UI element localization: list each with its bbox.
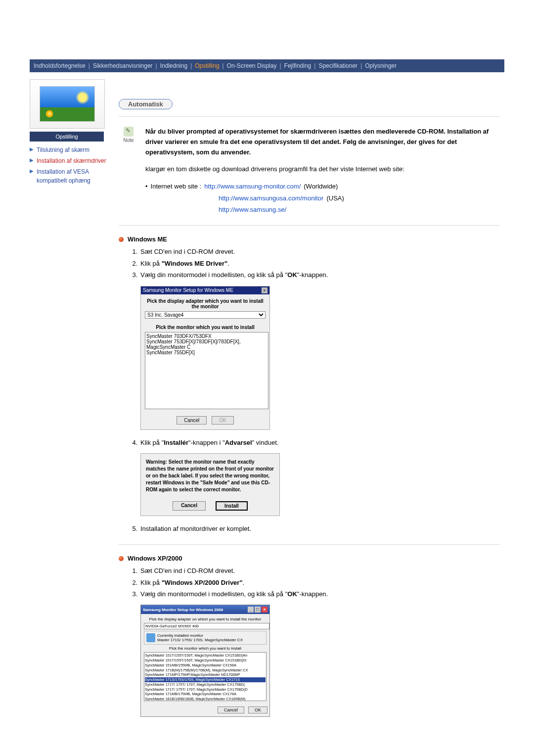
xp-adapter-select[interactable]: NVIDIA GeForce2 MX/MX 400 — [144, 623, 269, 629]
step-text: "-knappen i " — [188, 439, 225, 446]
nav-indledning[interactable]: Indledning — [160, 62, 187, 69]
me-cancel-button[interactable]: Cancel — [177, 416, 207, 425]
intro-plain-text: klargør en tom diskette og download driv… — [145, 164, 499, 175]
divider — [119, 116, 499, 117]
me-steps: Sæt CD'en ind i CD-ROM drevet. Klik på "… — [130, 246, 499, 281]
step-text: Vælg din monitormodel i modellisten, og … — [140, 271, 287, 279]
me-dialog-title: Samsung Monitor Setup for Windows ME — [143, 287, 233, 293]
link-suffix: (USA) — [326, 192, 344, 204]
step-text: "-knappen. — [297, 271, 328, 279]
step-bold: Advarsel — [225, 439, 252, 446]
sidebar-item-label: Installation af VESA kompatibelt ophæng — [37, 167, 109, 185]
list-item[interactable]: SyncMaster 171T/ 175T/ 170T, MagicSyncMa… — [145, 687, 266, 692]
link-worldwide[interactable]: http://www.samsung-monitor.com/ — [204, 181, 301, 192]
me-step-4: Klik på "Installér"-knappen i "Advarsel"… — [139, 437, 499, 448]
nav-sep: | — [222, 62, 224, 69]
list-item[interactable]: SyncMaster 171T/ 175T/ 170T, MagicSyncMa… — [145, 682, 266, 687]
sidebar-item-label: Tilslutning af skærm — [37, 145, 89, 154]
list-item[interactable]: SyncMaster 181B/185B/180B, MagicSyncMast… — [145, 697, 266, 701]
xp-pick-monitor-label: Pick the monitor which you want to insta… — [144, 646, 267, 651]
warn-cancel-button[interactable]: Cancel — [173, 501, 206, 511]
nav-opstilling[interactable]: Opstilling — [195, 62, 219, 69]
section-windows-me: Windows ME — [119, 236, 499, 243]
xp-pick-adapter-label: Pick the display adapter on which you wa… — [144, 617, 267, 621]
sidebar-link-tilslutning[interactable]: ▶ Tilslutning af skærm — [30, 145, 109, 154]
list-item[interactable]: SyncMaster 171MP/175MP,MagicSyncMaster N… — [145, 672, 266, 677]
list-item[interactable]: SyncMaster 151MB/155MB, MagicSyncMaster … — [145, 663, 266, 668]
me-steps-cont: Klik på "Installér"-knappen i "Advarsel"… — [130, 437, 499, 448]
minimize-icon[interactable]: _ — [248, 607, 254, 613]
sidebar-item-label: Installation af skærmdriver — [37, 156, 106, 165]
step-text: "-knappen. — [297, 590, 328, 598]
nav-fejlfinding[interactable]: Fejlfinding — [284, 62, 312, 69]
warn-install-button[interactable]: Install — [216, 501, 248, 511]
divider — [119, 544, 499, 545]
list-item[interactable]: SyncMaster 151T/155T/150T, MagicSyncMast… — [145, 653, 266, 658]
step-bold: "Windows ME Driver" — [162, 260, 228, 267]
step-bold: "Windows XP/2000 Driver" — [162, 579, 243, 586]
group-label: Currently installed monitor — [157, 633, 243, 638]
link-usa[interactable]: http://www.samsungusa.com/monitor — [219, 192, 323, 204]
group-value: Master 171S/ 175S/ 170S, MagicSyncMaster… — [157, 638, 243, 642]
nav-sep: | — [89, 62, 90, 69]
step-bold: OK — [287, 271, 297, 279]
me-step-3: Vælg din monitormodel i modellisten, og … — [139, 269, 499, 281]
maximize-icon[interactable]: □ — [255, 607, 261, 613]
close-icon[interactable]: × — [262, 287, 267, 293]
step-text: " vinduet. — [252, 439, 279, 446]
step-bold: Installér — [164, 439, 188, 446]
link-prefix: Internet web site : — [151, 181, 202, 192]
bullet-dot-icon — [119, 556, 124, 561]
link-suffix: (Worldwide) — [304, 181, 338, 192]
nav-sep: | — [156, 62, 157, 69]
sidebar-thumbnail — [30, 79, 105, 129]
me-warning-dialog: Warning: Select the monitor name that ex… — [140, 453, 280, 516]
xp-step-3: Vælg din monitormodel i modellisten, og … — [139, 588, 499, 600]
list-item[interactable]: SyncMaster 703DFX/753DFX — [146, 333, 267, 339]
me-adapter-select[interactable]: S3 Inc. Savage4 — [145, 311, 266, 319]
top-nav: Indholdsfortegnelse | Sikkerhedsanvisnin… — [30, 59, 504, 72]
list-item[interactable]: SyncMaster 151T/155T/150T, MagicSyncMast… — [145, 658, 266, 663]
me-step-5: Installation af monitordriver er komplet… — [139, 523, 499, 534]
list-item[interactable]: SyncMaster 753DF[X]/783DF[X]/783DF[X], M… — [146, 339, 267, 350]
step-text: . — [227, 260, 229, 267]
nav-sikkerhed[interactable]: Sikkerhedsanvisninger — [93, 62, 153, 69]
me-steps-end: Installation af monitordriver er komplet… — [130, 523, 499, 534]
close-icon[interactable]: × — [262, 607, 267, 613]
nav-spec[interactable]: Specifikationer — [318, 62, 357, 69]
xp-cancel-button[interactable]: Cancel — [218, 707, 244, 713]
list-item[interactable]: SyncMaster 171MB/175MB, MagicSyncMaster … — [145, 692, 266, 697]
me-warning-text: Warning: Select the monitor name that ex… — [146, 459, 274, 493]
note-icon — [124, 127, 134, 137]
step-text: Vælg din monitormodel i modellisten, og … — [140, 590, 287, 598]
nav-sep: | — [279, 62, 281, 69]
nav-indholdsfortegnelse[interactable]: Indholdsfortegnelse — [34, 62, 86, 69]
arrow-icon: ▶ — [30, 156, 34, 165]
section-title: Windows XP/2000 — [128, 555, 182, 562]
xp-steps: Sæt CD'en ind i CD-ROM drevet. Klik på "… — [130, 565, 499, 600]
nav-oplysninger[interactable]: Oplysninger — [365, 62, 397, 69]
sidebar-links: ▶ Tilslutning af skærm ▶ Installation af… — [30, 145, 109, 185]
list-item[interactable]: SyncMaster 171S/175S/170S, MagicSyncMast… — [145, 677, 266, 682]
step-bold: OK — [287, 590, 297, 598]
nav-sep: | — [360, 62, 362, 69]
link-se[interactable]: http://www.samsung.se/ — [219, 204, 286, 215]
sidebar-link-driver[interactable]: ▶ Installation af skærmdriver — [30, 156, 109, 165]
arrow-icon: ▶ — [30, 145, 34, 154]
monitor-icon — [146, 633, 155, 642]
links-block: • Internet web site : http://www.samsung… — [145, 181, 499, 215]
nav-osd[interactable]: On-Screen Display — [227, 62, 277, 69]
xp-ok-button[interactable]: OK — [248, 707, 267, 713]
me-ok-button[interactable]: OK — [212, 416, 233, 425]
me-monitor-list[interactable]: SyncMaster 703DFX/753DFX SyncMaster 753D… — [145, 332, 268, 409]
list-item[interactable]: SyncMaster 171B(M)/175B(M)/170B(M), Magi… — [145, 668, 266, 673]
note-badge: Note — [119, 127, 138, 157]
xp-current-monitor-group: Currently installed monitor Master 171S/… — [144, 631, 267, 645]
list-item[interactable]: SyncMaster 755DF[X] — [146, 350, 267, 355]
sidebar: Opstilling ▶ Tilslutning af skærm ▶ Inst… — [30, 79, 109, 187]
xp-monitor-list[interactable]: SyncMaster 151T/155T/150T, MagicSyncMast… — [144, 652, 267, 701]
sidebar-link-vesa[interactable]: ▶ Installation af VESA kompatibelt ophæn… — [30, 167, 109, 185]
automatisk-button[interactable]: Automatisk — [119, 99, 173, 109]
bullet-dot-icon — [119, 237, 124, 242]
step-text: Klik på " — [140, 439, 164, 446]
